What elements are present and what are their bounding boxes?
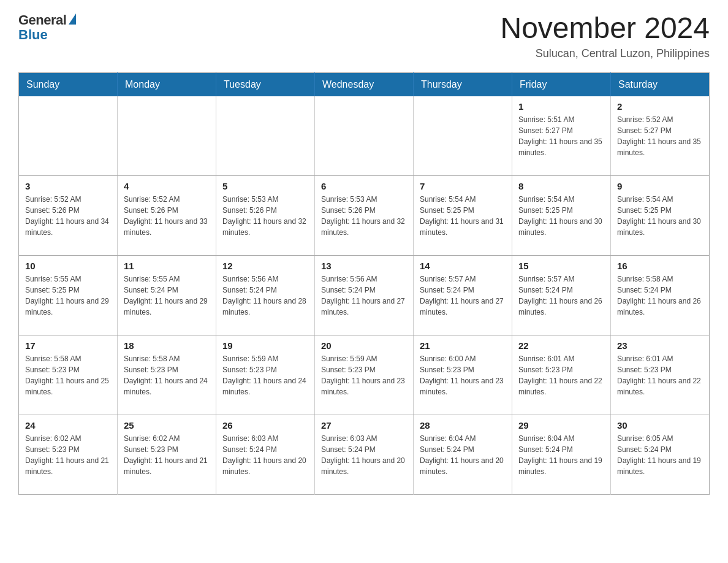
calendar-cell: 16Sunrise: 5:58 AM Sunset: 5:24 PM Dayli… bbox=[611, 256, 710, 335]
calendar-cell: 29Sunrise: 6:04 AM Sunset: 5:24 PM Dayli… bbox=[512, 415, 611, 495]
day-number: 30 bbox=[617, 420, 703, 431]
logo-triangle-icon bbox=[69, 13, 76, 25]
weekday-header-tuesday: Tuesday bbox=[216, 72, 315, 96]
day-info: Sunrise: 6:02 AM Sunset: 5:23 PM Dayligh… bbox=[124, 433, 210, 477]
day-number: 28 bbox=[420, 420, 506, 431]
day-number: 6 bbox=[321, 181, 407, 191]
logo: General Blue bbox=[18, 12, 76, 43]
calendar-cell: 25Sunrise: 6:02 AM Sunset: 5:23 PM Dayli… bbox=[118, 415, 216, 495]
day-number: 24 bbox=[25, 420, 111, 431]
day-info: Sunrise: 5:55 AM Sunset: 5:25 PM Dayligh… bbox=[25, 274, 111, 318]
location-subtitle: Sulucan, Central Luzon, Philippines bbox=[500, 47, 710, 60]
day-info: Sunrise: 6:00 AM Sunset: 5:23 PM Dayligh… bbox=[420, 353, 506, 397]
day-number: 12 bbox=[222, 261, 308, 271]
day-number: 8 bbox=[518, 181, 604, 191]
weekday-header-sunday: Sunday bbox=[19, 72, 118, 96]
calendar-cell: 26Sunrise: 6:03 AM Sunset: 5:24 PM Dayli… bbox=[216, 415, 315, 495]
day-number: 29 bbox=[518, 420, 604, 431]
calendar-cell: 7Sunrise: 5:54 AM Sunset: 5:25 PM Daylig… bbox=[414, 176, 512, 256]
weekday-header-row: SundayMondayTuesdayWednesdayThursdayFrid… bbox=[19, 72, 710, 96]
logo-general-text: General bbox=[18, 12, 66, 28]
day-number: 4 bbox=[124, 181, 210, 191]
weekday-header-saturday: Saturday bbox=[611, 72, 710, 96]
day-info: Sunrise: 5:59 AM Sunset: 5:23 PM Dayligh… bbox=[222, 353, 308, 397]
week-row-5: 24Sunrise: 6:02 AM Sunset: 5:23 PM Dayli… bbox=[19, 415, 710, 495]
day-info: Sunrise: 5:54 AM Sunset: 5:25 PM Dayligh… bbox=[617, 194, 703, 238]
calendar-cell: 11Sunrise: 5:55 AM Sunset: 5:24 PM Dayli… bbox=[118, 256, 216, 335]
calendar-cell: 21Sunrise: 6:00 AM Sunset: 5:23 PM Dayli… bbox=[414, 335, 512, 415]
day-number: 9 bbox=[617, 181, 703, 191]
logo-blue-text: Blue bbox=[18, 27, 48, 43]
day-info: Sunrise: 5:58 AM Sunset: 5:23 PM Dayligh… bbox=[124, 353, 210, 397]
calendar-cell: 1Sunrise: 5:51 AM Sunset: 5:27 PM Daylig… bbox=[512, 96, 611, 176]
day-number: 26 bbox=[222, 420, 308, 431]
calendar-cell: 5Sunrise: 5:53 AM Sunset: 5:26 PM Daylig… bbox=[216, 176, 315, 256]
calendar-cell bbox=[216, 96, 315, 176]
day-number: 20 bbox=[321, 340, 407, 351]
calendar-cell: 28Sunrise: 6:04 AM Sunset: 5:24 PM Dayli… bbox=[414, 415, 512, 495]
day-info: Sunrise: 5:53 AM Sunset: 5:26 PM Dayligh… bbox=[321, 194, 407, 238]
day-number: 16 bbox=[617, 261, 703, 271]
calendar-cell: 18Sunrise: 5:58 AM Sunset: 5:23 PM Dayli… bbox=[118, 335, 216, 415]
day-number: 7 bbox=[420, 181, 506, 191]
day-number: 23 bbox=[617, 340, 703, 351]
day-info: Sunrise: 5:56 AM Sunset: 5:24 PM Dayligh… bbox=[222, 274, 308, 318]
day-info: Sunrise: 6:01 AM Sunset: 5:23 PM Dayligh… bbox=[617, 353, 703, 397]
day-info: Sunrise: 5:52 AM Sunset: 5:26 PM Dayligh… bbox=[25, 194, 111, 238]
day-number: 13 bbox=[321, 261, 407, 271]
week-row-1: 1Sunrise: 5:51 AM Sunset: 5:27 PM Daylig… bbox=[19, 96, 710, 176]
calendar-cell: 23Sunrise: 6:01 AM Sunset: 5:23 PM Dayli… bbox=[611, 335, 710, 415]
day-info: Sunrise: 5:57 AM Sunset: 5:24 PM Dayligh… bbox=[420, 274, 506, 318]
week-row-3: 10Sunrise: 5:55 AM Sunset: 5:25 PM Dayli… bbox=[19, 256, 710, 335]
day-info: Sunrise: 6:03 AM Sunset: 5:24 PM Dayligh… bbox=[321, 433, 407, 477]
day-info: Sunrise: 5:56 AM Sunset: 5:24 PM Dayligh… bbox=[321, 274, 407, 318]
calendar-cell: 2Sunrise: 5:52 AM Sunset: 5:27 PM Daylig… bbox=[611, 96, 710, 176]
week-row-4: 17Sunrise: 5:58 AM Sunset: 5:23 PM Dayli… bbox=[19, 335, 710, 415]
day-number: 18 bbox=[124, 340, 210, 351]
calendar-cell bbox=[118, 96, 216, 176]
title-area: November 2024 Sulucan, Central Luzon, Ph… bbox=[500, 12, 710, 60]
day-info: Sunrise: 5:54 AM Sunset: 5:25 PM Dayligh… bbox=[518, 194, 604, 238]
day-number: 22 bbox=[518, 340, 604, 351]
calendar-cell: 30Sunrise: 6:05 AM Sunset: 5:24 PM Dayli… bbox=[611, 415, 710, 495]
day-number: 2 bbox=[617, 101, 703, 112]
day-info: Sunrise: 6:01 AM Sunset: 5:23 PM Dayligh… bbox=[518, 353, 604, 397]
day-number: 5 bbox=[222, 181, 308, 191]
day-info: Sunrise: 5:53 AM Sunset: 5:26 PM Dayligh… bbox=[222, 194, 308, 238]
day-info: Sunrise: 6:02 AM Sunset: 5:23 PM Dayligh… bbox=[25, 433, 111, 477]
day-info: Sunrise: 5:57 AM Sunset: 5:24 PM Dayligh… bbox=[518, 274, 604, 318]
day-number: 14 bbox=[420, 261, 506, 271]
calendar-cell: 22Sunrise: 6:01 AM Sunset: 5:23 PM Dayli… bbox=[512, 335, 611, 415]
header: General Blue November 2024 Sulucan, Cent… bbox=[18, 12, 710, 60]
calendar-cell: 3Sunrise: 5:52 AM Sunset: 5:26 PM Daylig… bbox=[19, 176, 118, 256]
day-number: 27 bbox=[321, 420, 407, 431]
day-info: Sunrise: 5:59 AM Sunset: 5:23 PM Dayligh… bbox=[321, 353, 407, 397]
day-info: Sunrise: 5:52 AM Sunset: 5:27 PM Dayligh… bbox=[617, 114, 703, 158]
day-info: Sunrise: 5:51 AM Sunset: 5:27 PM Dayligh… bbox=[518, 114, 604, 158]
calendar-cell: 6Sunrise: 5:53 AM Sunset: 5:26 PM Daylig… bbox=[315, 176, 414, 256]
calendar-cell: 15Sunrise: 5:57 AM Sunset: 5:24 PM Dayli… bbox=[512, 256, 611, 335]
weekday-header-thursday: Thursday bbox=[414, 72, 512, 96]
day-number: 10 bbox=[25, 261, 111, 271]
day-number: 11 bbox=[124, 261, 210, 271]
calendar-cell: 27Sunrise: 6:03 AM Sunset: 5:24 PM Dayli… bbox=[315, 415, 414, 495]
calendar-cell: 9Sunrise: 5:54 AM Sunset: 5:25 PM Daylig… bbox=[611, 176, 710, 256]
day-info: Sunrise: 5:58 AM Sunset: 5:23 PM Dayligh… bbox=[25, 353, 111, 397]
weekday-header-wednesday: Wednesday bbox=[315, 72, 414, 96]
calendar-cell bbox=[19, 96, 118, 176]
day-number: 1 bbox=[518, 101, 604, 112]
week-row-2: 3Sunrise: 5:52 AM Sunset: 5:26 PM Daylig… bbox=[19, 176, 710, 256]
calendar-cell: 20Sunrise: 5:59 AM Sunset: 5:23 PM Dayli… bbox=[315, 335, 414, 415]
calendar-cell: 10Sunrise: 5:55 AM Sunset: 5:25 PM Dayli… bbox=[19, 256, 118, 335]
weekday-header-friday: Friday bbox=[512, 72, 611, 96]
day-number: 21 bbox=[420, 340, 506, 351]
calendar-cell: 12Sunrise: 5:56 AM Sunset: 5:24 PM Dayli… bbox=[216, 256, 315, 335]
calendar-cell: 13Sunrise: 5:56 AM Sunset: 5:24 PM Dayli… bbox=[315, 256, 414, 335]
day-number: 25 bbox=[124, 420, 210, 431]
day-info: Sunrise: 5:54 AM Sunset: 5:25 PM Dayligh… bbox=[420, 194, 506, 238]
day-info: Sunrise: 6:05 AM Sunset: 5:24 PM Dayligh… bbox=[617, 433, 703, 477]
day-info: Sunrise: 6:04 AM Sunset: 5:24 PM Dayligh… bbox=[420, 433, 506, 477]
calendar-cell bbox=[414, 96, 512, 176]
calendar-cell bbox=[315, 96, 414, 176]
calendar-cell: 14Sunrise: 5:57 AM Sunset: 5:24 PM Dayli… bbox=[414, 256, 512, 335]
